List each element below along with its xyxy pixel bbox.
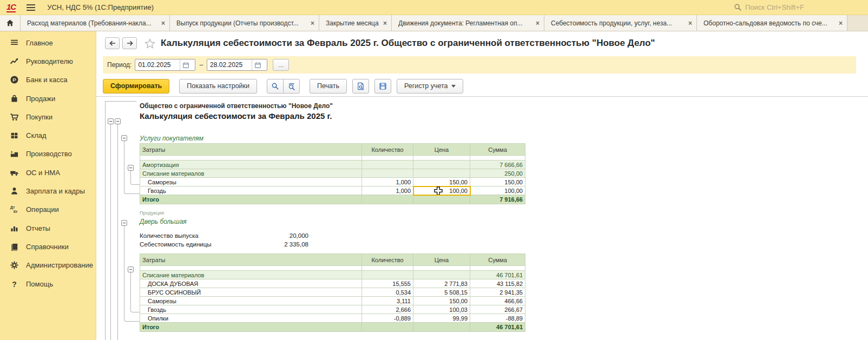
collapse-toggle[interactable] <box>128 165 134 171</box>
save-button[interactable] <box>374 79 391 94</box>
sidebar-item-spravochniki[interactable]: Справочники <box>0 237 96 256</box>
collapse-toggle[interactable] <box>128 266 134 272</box>
report-cell[interactable]: 46 701,61 <box>470 271 525 279</box>
report-cell[interactable]: -88,89 <box>470 314 525 323</box>
report-cell[interactable]: 99,99 <box>413 314 470 323</box>
find-button[interactable] <box>267 79 284 94</box>
section-heading-services[interactable]: Услуги покупателям <box>140 135 203 142</box>
report-cell[interactable]: 1,000 <box>362 186 413 195</box>
sidebar-item-otchety[interactable]: Отчеты <box>0 219 96 237</box>
report-cell[interactable]: 5 508,15 <box>413 288 470 297</box>
report-cell[interactable] <box>413 195 470 204</box>
report-cell[interactable] <box>362 161 413 169</box>
tab-close-icon[interactable]: × <box>383 19 387 27</box>
report-cell[interactable] <box>362 195 413 204</box>
report-cell[interactable]: ДОСКА ДУБОВАЯ <box>140 279 362 288</box>
tab-close-icon[interactable]: × <box>161 19 165 27</box>
collapse-toggle[interactable] <box>121 220 127 226</box>
report-cell[interactable]: 7 916,66 <box>470 195 525 204</box>
find-next-button[interactable] <box>283 79 300 94</box>
tab-close-icon[interactable]: × <box>688 19 692 27</box>
report-cell[interactable]: 43 115,82 <box>470 279 525 288</box>
report-cell[interactable] <box>413 323 470 332</box>
report-cell[interactable] <box>413 161 470 169</box>
report-cell[interactable] <box>413 271 470 279</box>
period-from-field[interactable] <box>135 59 195 71</box>
home-tab-button[interactable] <box>0 15 21 31</box>
report-cell[interactable]: Амортизация <box>140 161 362 169</box>
report-cell[interactable]: 150,00 <box>470 178 525 186</box>
main-menu-icon[interactable] <box>27 4 35 11</box>
report-cell[interactable]: Саморезы <box>140 297 362 305</box>
report-cell[interactable]: 150,00 <box>413 297 470 305</box>
report-cell[interactable]: 466,66 <box>470 297 525 305</box>
tab-vypusk-produkcii[interactable]: Выпуск продукции (Отчеты производст... × <box>170 15 319 31</box>
print-preview-button[interactable] <box>352 79 369 94</box>
report-cell[interactable]: БРУС ОСИНОВЫЙ <box>140 288 362 297</box>
tab-sebestoimost-produkcii[interactable]: Себестоимость продукции, услуг, неза... … <box>544 15 697 31</box>
show-settings-button[interactable]: Показать настройки <box>179 79 257 94</box>
tab-close-icon[interactable]: × <box>311 19 314 27</box>
report-cell[interactable]: 3,111 <box>362 297 413 305</box>
forward-button[interactable] <box>122 37 137 49</box>
report-cell[interactable]: Списание материалов <box>140 169 362 178</box>
favorite-star-icon[interactable] <box>144 38 155 49</box>
report-cell[interactable]: Итого <box>140 195 362 204</box>
report-cell[interactable]: 2,666 <box>362 305 413 314</box>
report-cell[interactable]: 100,03 <box>413 305 470 314</box>
report-cell[interactable]: 2 941,35 <box>470 288 525 297</box>
tab-raskhod-materialov[interactable]: Расход материалов (Требования-накла... × <box>21 15 170 31</box>
collapse-toggle[interactable] <box>121 135 127 141</box>
sidebar-item-operacii[interactable]: ДтКт Операции <box>0 201 96 219</box>
tab-close-icon[interactable]: × <box>839 19 843 27</box>
global-search[interactable] <box>734 3 858 11</box>
report-cell[interactable] <box>413 169 470 178</box>
selected-cell[interactable]: 100,00 <box>413 186 470 195</box>
report-cell[interactable]: Списание материалов <box>140 271 362 279</box>
sidebar-item-glavnoe[interactable]: Главное <box>0 34 96 52</box>
calendar-icon[interactable] <box>180 59 192 70</box>
period-from-input[interactable] <box>135 61 180 69</box>
report-cell[interactable]: 1,000 <box>362 178 413 186</box>
report-cell[interactable]: 0,534 <box>362 288 413 297</box>
sidebar-item-sklad[interactable]: Склад <box>0 126 96 144</box>
report-cell[interactable]: 150,00 <box>413 178 470 186</box>
calendar-icon[interactable] <box>252 59 264 70</box>
tab-dvizheniya-dokumenta[interactable]: Движения документа: Регламентная оп... × <box>392 15 544 31</box>
report-cell[interactable]: Гвоздь <box>140 305 362 314</box>
period-more-button[interactable]: ... <box>273 59 289 71</box>
sidebar-item-pokupki[interactable]: Покупки <box>0 108 96 126</box>
report-cell[interactable]: Опилки <box>140 314 362 323</box>
print-button[interactable]: Печать <box>310 79 347 94</box>
sidebar-item-pomosch[interactable]: ? Помощь <box>0 275 96 293</box>
report-cell[interactable] <box>362 169 413 178</box>
tab-close-icon[interactable]: × <box>536 19 540 27</box>
period-to-input[interactable] <box>207 61 252 69</box>
sidebar-item-bank-i-kassa[interactable]: Р Банк и касса <box>0 71 96 89</box>
report-cell[interactable]: -0,889 <box>362 314 413 323</box>
report-cell[interactable]: Гвоздь <box>140 186 362 195</box>
back-button[interactable] <box>105 37 120 49</box>
report-cell[interactable]: 7 666,66 <box>470 161 525 169</box>
report-cell[interactable]: Саморезы <box>140 178 362 186</box>
register-dropdown-button[interactable]: Регистр учета <box>397 79 463 94</box>
report-cell[interactable]: Итого <box>140 323 362 332</box>
sidebar-item-rukovoditelyu[interactable]: Руководителю <box>0 52 96 70</box>
report-cell[interactable]: 15,555 <box>362 279 413 288</box>
generate-button[interactable]: Сформировать <box>103 79 169 94</box>
report-cell[interactable]: 100,00 <box>470 186 525 195</box>
search-input[interactable] <box>745 3 853 11</box>
tab-zakrytie-mesyaca[interactable]: Закрытие месяца × <box>319 15 392 31</box>
report-cell[interactable] <box>362 323 413 332</box>
period-to-field[interactable] <box>207 59 267 71</box>
collapse-toggle[interactable] <box>115 118 121 124</box>
report-cell[interactable]: 2 771,83 <box>413 279 470 288</box>
sidebar-item-prodazhi[interactable]: Продажи <box>0 89 96 108</box>
section-heading-product[interactable]: Дверь большая <box>140 218 187 225</box>
report-cell[interactable]: 250,00 <box>470 169 525 178</box>
sidebar-item-os-i-nma[interactable]: ОС и НМА <box>0 163 96 182</box>
tab-oborotno-saldovaya[interactable]: Оборотно-сальдовая ведомость по сче... × <box>697 15 847 31</box>
report-cell[interactable] <box>362 271 413 279</box>
sidebar-item-zarplata-i-kadry[interactable]: Зарплата и кадры <box>0 182 96 200</box>
report-cell[interactable]: 266,67 <box>470 305 525 314</box>
